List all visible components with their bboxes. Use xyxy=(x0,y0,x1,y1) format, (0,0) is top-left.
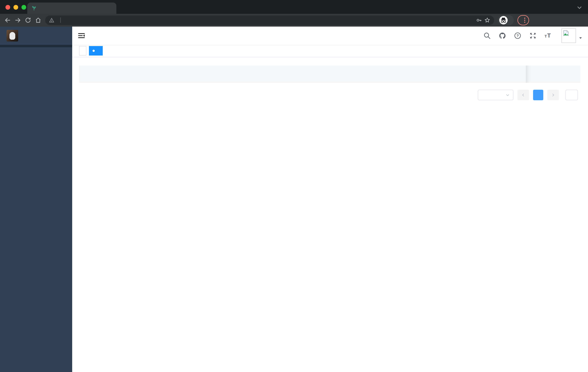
favicon-plant-icon xyxy=(31,5,37,11)
minimize-window-button[interactable] xyxy=(13,5,18,10)
tag-process-definition[interactable] xyxy=(89,46,103,55)
active-tag-dot xyxy=(93,50,95,52)
tags-view-bar xyxy=(72,45,588,57)
sidebar-collapse-icon[interactable] xyxy=(78,32,85,40)
tag-home[interactable] xyxy=(79,46,86,55)
table-header-row xyxy=(79,66,580,83)
close-window-button[interactable] xyxy=(5,5,10,10)
page-size-select[interactable] xyxy=(478,90,514,100)
browser-menu-icon[interactable] xyxy=(524,18,525,23)
caret-down-icon xyxy=(578,36,583,40)
avatar-broken-image-icon[interactable] xyxy=(561,28,576,43)
header-actions: ? TT xyxy=(483,28,583,43)
address-bar[interactable] xyxy=(45,15,494,25)
page-content xyxy=(72,57,588,372)
browser-toolbar xyxy=(0,14,588,27)
logo-avatar xyxy=(7,30,18,42)
incognito-badge xyxy=(498,15,514,25)
bookmark-star-icon[interactable] xyxy=(484,17,490,23)
user-avatar-dropdown[interactable] xyxy=(561,28,583,43)
sidebar xyxy=(0,27,72,372)
home-icon[interactable] xyxy=(35,17,42,23)
app-header: ? TT xyxy=(72,27,588,45)
svg-text:T: T xyxy=(545,34,547,38)
password-key-icon[interactable] xyxy=(476,17,482,23)
browser-window: ? TT xyxy=(0,0,588,372)
maximize-window-button[interactable] xyxy=(21,5,26,10)
tab-search-chevron-icon[interactable] xyxy=(576,4,583,11)
not-secure-warning-icon xyxy=(49,18,54,23)
pagination-bar xyxy=(79,90,580,100)
reload-icon[interactable] xyxy=(25,17,31,23)
back-icon[interactable] xyxy=(4,17,11,23)
help-icon[interactable]: ? xyxy=(514,32,521,40)
window-controls[interactable] xyxy=(5,5,26,10)
svg-text:?: ? xyxy=(516,33,519,38)
browser-update-button[interactable] xyxy=(517,15,529,25)
search-icon[interactable] xyxy=(483,32,491,40)
column-header-action xyxy=(526,66,580,83)
fullscreen-icon[interactable] xyxy=(529,32,537,40)
goto-page-group xyxy=(563,90,580,100)
github-icon[interactable] xyxy=(499,32,506,40)
svg-text:T: T xyxy=(547,33,551,39)
font-size-icon[interactable]: TT xyxy=(544,32,552,40)
goto-page-input[interactable] xyxy=(566,90,578,100)
browser-tab[interactable] xyxy=(27,2,116,14)
forward-icon[interactable] xyxy=(15,17,21,23)
next-page-button[interactable] xyxy=(547,90,559,100)
definition-table xyxy=(79,66,580,83)
address-divider xyxy=(60,17,61,23)
browser-tab-strip xyxy=(0,0,588,14)
workflow-submenu-block xyxy=(0,45,72,47)
sidebar-logo[interactable] xyxy=(0,27,72,45)
incognito-icon xyxy=(499,16,508,24)
prev-page-button[interactable] xyxy=(517,90,529,100)
page-number-1[interactable] xyxy=(533,90,543,100)
select-chevron-down-icon xyxy=(505,93,510,97)
sidebar-menu xyxy=(0,45,72,372)
